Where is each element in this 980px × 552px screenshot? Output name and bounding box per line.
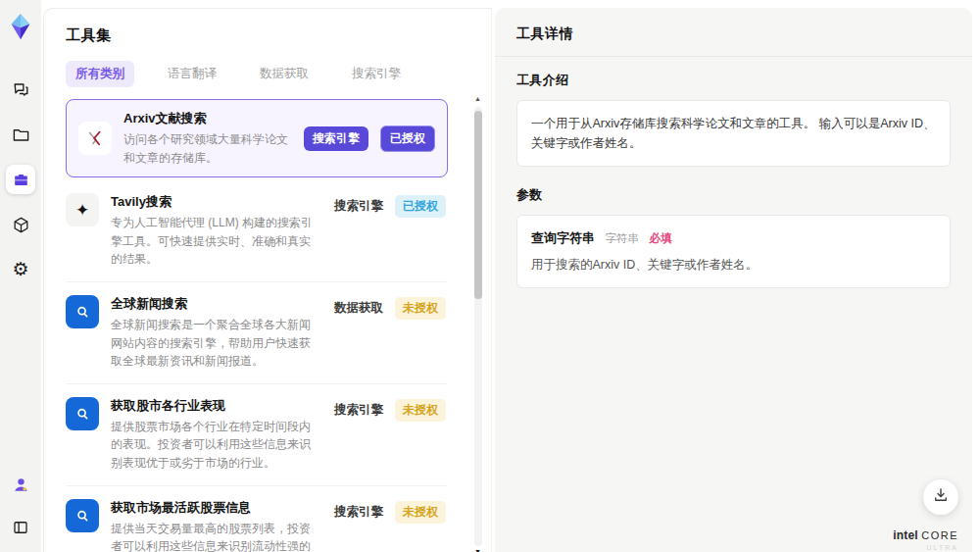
category-label: 搜索引擎: [334, 198, 383, 215]
scrollbar-down-arrow[interactable]: ▼: [474, 548, 481, 552]
param-name: 查询字符串: [531, 230, 595, 245]
tool-meta: 搜索引擎未授权: [334, 501, 446, 524]
sidebar-item-chat[interactable]: [6, 75, 35, 104]
category-pill[interactable]: 搜索引擎: [304, 126, 368, 151]
param-type: 字符串: [605, 232, 639, 244]
category-label: 数据获取: [334, 300, 383, 317]
download-button[interactable]: [923, 479, 958, 515]
param-desc: 用于搜索的Arxiv ID、关键字或作者姓名。: [531, 256, 936, 275]
tool-list: Arxiv文献搜索访问各个研究领域大量科学论文和文章的存储库。搜索引擎已授权✦T…: [66, 99, 467, 552]
scrollbar-up-arrow[interactable]: ▲: [474, 95, 481, 102]
tool-meta: 数据获取未授权: [334, 297, 446, 320]
tool-name: 获取股市各行业表现: [111, 397, 320, 415]
sidebar-item-settings[interactable]: ⚙: [6, 255, 35, 284]
tool-description: 访问各个研究领域大量科学论文和文章的存储库。: [123, 130, 290, 167]
tab-translate[interactable]: 语言翻译: [158, 61, 226, 87]
tool-description: 专为人工智能代理 (LLM) 构建的搜索引擎工具。可快速提供实时、准确和真实的结…: [111, 214, 320, 269]
category-tabs: 所有类别语言翻译数据获取搜索引擎: [66, 61, 467, 87]
folder-icon: [12, 125, 30, 144]
tool-card[interactable]: ✦Tavily搜索专为人工智能代理 (LLM) 构建的搜索引擎工具。可快速提供实…: [66, 180, 448, 282]
intro-heading: 工具介绍: [516, 72, 951, 89]
tool-description: 全球新闻搜索是一个聚合全球各大新闻网站内容的搜索引擎，帮助用户快速获取全球最新资…: [111, 316, 320, 371]
sidebar-item-panel-toggle[interactable]: [6, 513, 35, 542]
chat-icon: [12, 80, 30, 99]
tool-name: Arxiv文献搜索: [123, 110, 290, 127]
tool-name: 全球新闻搜索: [111, 295, 320, 313]
layout-icon: [12, 519, 29, 536]
tool-name: 获取市场最活跃股票信息: [111, 499, 320, 517]
page-title: 工具集: [66, 26, 467, 45]
status-badge: 未授权: [395, 501, 446, 524]
status-badge: 未授权: [395, 297, 446, 320]
tab-all[interactable]: 所有类别: [66, 61, 134, 87]
tool-card[interactable]: 获取股市各行业表现提供股票市场各个行业在特定时间段内的表现。投资者可以利用这些信…: [66, 384, 448, 486]
params-heading: 参数: [516, 186, 951, 204]
param-header: 查询字符串 字符串 必填: [531, 228, 936, 247]
news-search-app-icon: [66, 397, 99, 430]
tool-description: 提供当天交易量最高的股票列表，投资者可以利用这些信息来识别流动性强的股票和潜在的…: [111, 520, 320, 552]
arxiv-icon: [78, 122, 112, 155]
tool-name: Tavily搜索: [111, 193, 320, 211]
scrollbar-thumb[interactable]: [474, 111, 482, 299]
tool-card[interactable]: 获取市场最活跃股票信息提供当天交易量最高的股票列表，投资者可以利用这些信息来识别…: [66, 486, 448, 552]
toolset-panel: 工具集 所有类别语言翻译数据获取搜索引擎 Arxiv文献搜索访问各个研究领域大量…: [43, 8, 492, 552]
tab-search-engine[interactable]: 搜索引擎: [342, 61, 411, 87]
tool-card-body: Arxiv文献搜索访问各个研究领域大量科学论文和文章的存储库。: [123, 110, 290, 167]
news-search-app-icon: [66, 499, 99, 532]
package-icon: [12, 216, 30, 234]
tool-card-body: 全球新闻搜索全球新闻搜索是一个聚合全球各大新闻网站内容的搜索引擎，帮助用户快速获…: [111, 295, 320, 371]
tool-card[interactable]: 全球新闻搜索全球新闻搜索是一个聚合全球各大新闻网站内容的搜索引擎，帮助用户快速获…: [66, 282, 448, 384]
tavily-icon: ✦: [66, 193, 99, 226]
detail-title: 工具详情: [495, 25, 972, 57]
tool-card-body: 获取股市各行业表现提供股票市场各个行业在特定时间段内的表现。投资者可以利用这些信…: [111, 397, 320, 473]
sidebar-item-profile[interactable]: [6, 470, 35, 499]
sidebar-item-toolbox[interactable]: [6, 165, 35, 194]
category-label: 搜索引擎: [334, 402, 383, 419]
param-card: 查询字符串 字符串 必填 用于搜索的Arxiv ID、关键字或作者姓名。: [516, 215, 951, 288]
gear-icon: ⚙: [12, 260, 28, 279]
sidebar-item-folder[interactable]: [6, 120, 35, 149]
status-pill[interactable]: 已授权: [380, 125, 435, 152]
tool-card[interactable]: Arxiv文献搜索访问各个研究领域大量科学论文和文章的存储库。搜索引擎已授权: [66, 99, 448, 177]
tool-meta: 搜索引擎未授权: [334, 399, 446, 422]
tool-meta: 搜索引擎已授权: [334, 195, 446, 218]
sidebar-item-package[interactable]: [6, 210, 35, 239]
scrollbar-track[interactable]: [474, 107, 482, 546]
category-label: 搜索引擎: [334, 504, 383, 521]
status-badge: 未授权: [395, 399, 446, 422]
status-badge: 已授权: [395, 195, 446, 218]
avatar-icon: [12, 476, 30, 494]
tab-data-fetch[interactable]: 数据获取: [250, 61, 318, 87]
param-required-badge: 必填: [649, 232, 671, 244]
news-search-app-icon: [66, 295, 99, 328]
tool-meta: 搜索引擎已授权: [304, 125, 435, 152]
left-sidebar: ⚙: [0, 0, 41, 552]
tool-detail-panel: 工具详情 工具介绍 一个用于从Arxiv存储库搜索科学论文和文章的工具。 输入可…: [495, 8, 972, 552]
tool-card-body: Tavily搜索专为人工智能代理 (LLM) 构建的搜索引擎工具。可快速提供实时…: [111, 193, 320, 269]
tool-description: 提供股票市场各个行业在特定时间段内的表现。投资者可以利用这些信息来识别表现优于或…: [111, 418, 320, 473]
tool-card-body: 获取市场最活跃股票信息提供当天交易量最高的股票列表，投资者可以利用这些信息来识别…: [111, 499, 320, 552]
intel-core-logo: intel CORE ULTRA: [893, 529, 958, 552]
app-logo[interactable]: [6, 12, 35, 41]
download-icon: [932, 486, 950, 508]
intro-text: 一个用于从Arxiv存储库搜索科学论文和文章的工具。 输入可以是Arxiv ID…: [516, 100, 951, 167]
briefcase-icon: [12, 171, 30, 189]
